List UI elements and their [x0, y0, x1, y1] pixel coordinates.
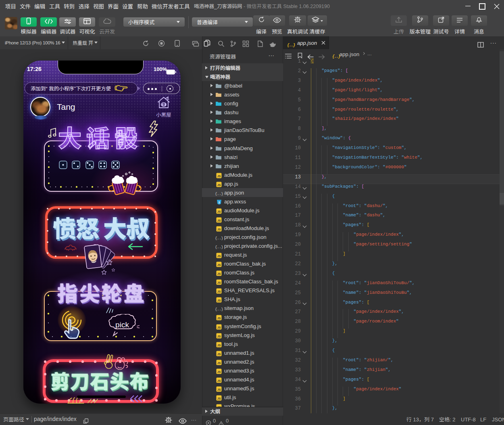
svg-text:JS: JS — [217, 379, 221, 382]
svg-text:JS: JS — [217, 174, 221, 178]
svg-text:JS: JS — [217, 334, 221, 338]
svg-text:JS: JS — [217, 290, 221, 293]
svg-text:JS: JS — [217, 254, 221, 258]
svg-text:JS: JS — [217, 370, 221, 373]
svg-text:3: 3 — [219, 201, 220, 204]
svg-text:JS: JS — [217, 387, 221, 391]
svg-text:JS: JS — [217, 299, 221, 302]
svg-text:JS: JS — [217, 218, 221, 222]
svg-text:JS: JS — [217, 396, 221, 400]
svg-text:pick: pick — [115, 320, 129, 329]
svg-text:JS: JS — [217, 227, 221, 231]
svg-text:JS: JS — [217, 325, 221, 329]
svg-text:JS: JS — [217, 281, 221, 285]
svg-text:JS: JS — [217, 352, 221, 356]
svg-text:JS: JS — [217, 343, 221, 347]
svg-text:JS: JS — [217, 272, 221, 276]
svg-text:JS: JS — [217, 183, 221, 186]
svg-text:JS: JS — [217, 316, 221, 320]
svg-text:JS: JS — [217, 209, 221, 213]
svg-text:JS: JS — [217, 263, 221, 267]
svg-text:JS: JS — [217, 361, 221, 364]
